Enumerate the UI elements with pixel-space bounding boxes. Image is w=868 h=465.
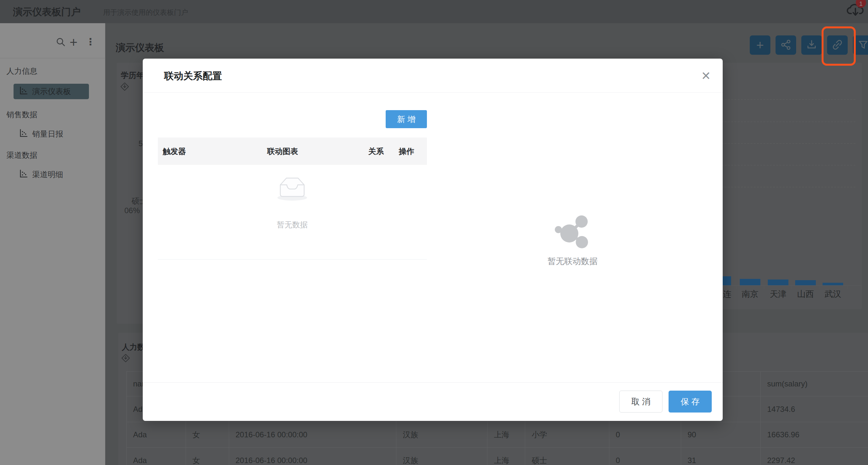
save-button[interactable]: 保 存 — [669, 391, 712, 412]
dialog-title: 联动关系配置 — [164, 70, 222, 83]
linkage-config-dialog: 联动关系配置 ✕ 新 增 触发器 联动图表 关系 操作 暂无数据 — [143, 59, 723, 421]
empty-box-icon — [276, 174, 308, 203]
close-icon[interactable]: ✕ — [701, 70, 711, 82]
linkage-network-icon — [553, 215, 592, 252]
table-bottom-border — [158, 259, 427, 260]
cancel-button[interactable]: 取 消 — [619, 391, 662, 412]
dialog-header: 联动关系配置 ✕ — [143, 59, 723, 93]
linkage-table-header: 触发器 联动图表 关系 操作 — [158, 137, 427, 165]
column-header-action: 操作 — [399, 146, 427, 157]
column-header-relation: 关系 — [368, 146, 399, 157]
column-header-linked-chart: 联动图表 — [267, 146, 368, 157]
add-linkage-button[interactable]: 新 增 — [386, 110, 427, 128]
empty-text: 暂无数据 — [277, 220, 308, 230]
footer-divider — [143, 382, 723, 383]
annotation-highlight — [822, 26, 856, 66]
column-header-trigger: 触发器 — [163, 146, 267, 157]
linkage-empty-text: 暂无联动数据 — [548, 256, 598, 267]
screen: 演示仪表板门户 用于演示使用的仪表板门户 1 + ⋮ 人力信息 — [0, 0, 868, 465]
